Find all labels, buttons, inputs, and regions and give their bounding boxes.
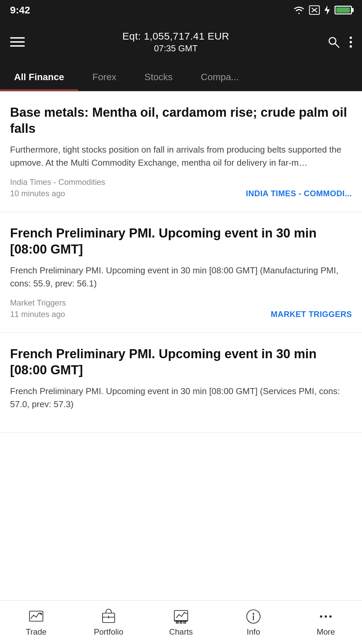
news-time-1: 10 minutes ago (10, 189, 105, 198)
charts-icon-svg (173, 608, 189, 625)
news-feed: Base metals: Mentha oil, cardamom rise; … (0, 91, 362, 433)
more-icon (318, 608, 334, 625)
tab-all-finance[interactable]: All Finance (0, 64, 78, 91)
nav-more-label: More (317, 627, 335, 637)
svg-rect-16 (180, 622, 182, 623)
news-headline-2: French Preliminary PMI. Upcoming event i… (10, 225, 352, 257)
search-icon[interactable] (327, 35, 340, 49)
more-icon-svg (318, 608, 334, 625)
news-headline-1: Base metals: Mentha oil, cardamom rise; … (10, 105, 352, 137)
news-summary-1: Furthermore, tight stocks position on fa… (10, 143, 352, 169)
nav-trade[interactable]: Trade (0, 601, 72, 644)
news-item-3[interactable]: French Preliminary PMI. Upcoming event i… (0, 333, 362, 433)
news-source-1: India Times - Commodities (10, 177, 105, 187)
news-summary-2: French Preliminary PMI. Upcoming event i… (10, 264, 352, 290)
svg-point-22 (325, 615, 327, 618)
trade-icon-svg (28, 608, 44, 625)
portfolio-icon-svg (101, 608, 117, 625)
header: Eqt: 1,055,717.41 EUR 07:35 GMT (0, 20, 362, 64)
news-headline-3: French Preliminary PMI. Upcoming event i… (10, 346, 352, 378)
trade-icon (28, 608, 44, 625)
status-time: 9:42 (10, 4, 30, 16)
tab-stocks[interactable]: Stocks (130, 64, 187, 91)
news-item-2[interactable]: French Preliminary PMI. Upcoming event i… (0, 212, 362, 333)
more-options-icon[interactable] (350, 37, 352, 48)
news-item-1[interactable]: Base metals: Mentha oil, cardamom rise; … (0, 91, 362, 212)
svg-point-21 (320, 615, 322, 618)
signal-icon (309, 5, 320, 15)
battery-icon (335, 6, 352, 14)
tab-compa[interactable]: Compa... (187, 64, 253, 91)
svg-rect-15 (176, 622, 178, 623)
news-summary-3: French Preliminary PMI. Upcoming event i… (10, 385, 352, 411)
info-icon-svg (245, 608, 261, 625)
bottom-nav: Trade Portfolio Charts (0, 600, 362, 644)
nav-charts-label: Charts (169, 627, 193, 637)
header-actions (327, 35, 352, 49)
header-equity-info: Eqt: 1,055,717.41 EUR 07:35 GMT (25, 31, 327, 54)
equity-value: Eqt: 1,055,717.41 EUR (25, 31, 327, 42)
hamburger-menu-button[interactable] (10, 37, 25, 47)
info-icon (245, 608, 261, 625)
news-source-time-2: Market Triggers 11 minutes ago (10, 298, 66, 319)
tabs-bar: All Finance Forex Stocks Compa... (0, 64, 362, 91)
nav-portfolio[interactable]: Portfolio (72, 601, 145, 644)
svg-rect-17 (184, 622, 186, 623)
nav-charts[interactable]: Charts (145, 601, 217, 644)
equity-time: 07:35 GMT (25, 43, 327, 54)
nav-trade-label: Trade (26, 627, 47, 637)
status-bar: 9:42 (0, 0, 362, 20)
news-meta-2: Market Triggers 11 minutes ago MARKET TR… (10, 298, 352, 319)
news-time-2: 11 minutes ago (10, 310, 66, 319)
status-icons (293, 5, 352, 15)
tab-forex[interactable]: Forex (78, 64, 130, 91)
nav-more[interactable]: More (290, 601, 362, 644)
news-source-2: Market Triggers (10, 298, 66, 308)
news-source-link-2[interactable]: MARKET TRIGGERS (271, 310, 352, 319)
nav-info[interactable]: Info (217, 601, 290, 644)
svg-point-20 (253, 613, 254, 614)
news-source-link-1[interactable]: INDIA TIMES - COMMODI... (246, 189, 352, 198)
charging-icon (324, 5, 330, 15)
svg-marker-3 (324, 5, 330, 15)
wifi-icon (293, 5, 305, 15)
nav-portfolio-label: Portfolio (94, 627, 123, 637)
portfolio-icon (101, 608, 117, 625)
nav-info-label: Info (247, 627, 260, 637)
svg-point-23 (329, 615, 332, 618)
news-source-time-1: India Times - Commodities 10 minutes ago (10, 177, 105, 198)
charts-icon (173, 608, 189, 625)
svg-rect-6 (29, 611, 43, 621)
news-meta-1: India Times - Commodities 10 minutes ago… (10, 177, 352, 198)
svg-line-5 (335, 43, 339, 47)
